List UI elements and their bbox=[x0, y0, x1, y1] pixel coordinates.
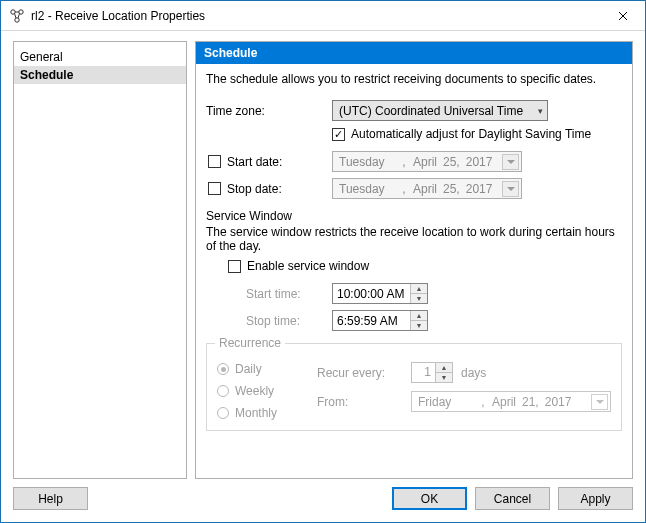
sidebar-item-schedule[interactable]: Schedule bbox=[14, 66, 186, 84]
start-date-checkbox[interactable] bbox=[208, 155, 221, 168]
dst-checkbox[interactable] bbox=[332, 128, 345, 141]
spinner-buttons[interactable]: ▲▼ bbox=[410, 311, 427, 330]
spinner-buttons[interactable]: ▲▼ bbox=[435, 363, 452, 382]
chevron-down-icon: ▾ bbox=[538, 106, 543, 116]
stop-time-input[interactable]: ▲▼ bbox=[332, 310, 428, 331]
recur-unit: days bbox=[461, 366, 486, 380]
recurrence-weekly-radio[interactable] bbox=[217, 385, 229, 397]
stop-time-label: Stop time: bbox=[206, 314, 332, 328]
enable-service-window-checkbox[interactable] bbox=[228, 260, 241, 273]
sidebar-item-general[interactable]: General bbox=[14, 48, 186, 66]
stop-date-picker[interactable]: Tuesday, April 25, 2017 bbox=[332, 178, 522, 199]
client-area: General Schedule Schedule The schedule a… bbox=[1, 31, 645, 522]
spinner-buttons[interactable]: ▲▼ bbox=[410, 284, 427, 303]
category-list[interactable]: General Schedule bbox=[13, 41, 187, 479]
recur-every-label: Recur every: bbox=[317, 366, 403, 380]
recur-from-date-picker[interactable]: Friday, April 21, 2017 bbox=[411, 391, 611, 412]
timezone-value: (UTC) Coordinated Universal Time bbox=[339, 104, 523, 118]
recur-from-label: From: bbox=[317, 395, 403, 409]
close-button[interactable] bbox=[601, 1, 645, 30]
recurrence-legend: Recurrence bbox=[215, 336, 285, 350]
panel-description: The schedule allows you to restrict rece… bbox=[206, 72, 622, 86]
apply-button[interactable]: Apply bbox=[558, 487, 633, 510]
timezone-label: Time zone: bbox=[206, 104, 332, 118]
service-window-desc: The service window restricts the receive… bbox=[206, 225, 622, 253]
svg-point-2 bbox=[15, 17, 19, 21]
recur-every-input[interactable]: 1 ▲▼ bbox=[411, 362, 453, 383]
start-date-picker[interactable]: Tuesday, April 25, 2017 bbox=[332, 151, 522, 172]
titlebar: rl2 - Receive Location Properties bbox=[1, 1, 645, 31]
help-button[interactable]: Help bbox=[13, 487, 88, 510]
start-time-label: Start time: bbox=[206, 287, 332, 301]
timezone-select[interactable]: (UTC) Coordinated Universal Time ▾ bbox=[332, 100, 548, 121]
cancel-button[interactable]: Cancel bbox=[475, 487, 550, 510]
stop-date-checkbox[interactable] bbox=[208, 182, 221, 195]
app-icon bbox=[9, 8, 25, 24]
content-panel: Schedule The schedule allows you to rest… bbox=[195, 41, 633, 479]
recurrence-daily-radio[interactable] bbox=[217, 363, 229, 375]
start-date-label: Start date: bbox=[227, 155, 282, 169]
recurrence-monthly-radio[interactable] bbox=[217, 407, 229, 419]
ok-button[interactable]: OK bbox=[392, 487, 467, 510]
enable-service-window-label: Enable service window bbox=[247, 259, 369, 273]
panel-header: Schedule bbox=[196, 42, 632, 64]
recurrence-group: Recurrence Daily Weekly Monthly Recur ev… bbox=[206, 343, 622, 431]
dialog-window: rl2 - Receive Location Properties Genera… bbox=[0, 0, 646, 523]
service-window-title: Service Window bbox=[206, 209, 622, 223]
button-bar: Help OK Cancel Apply bbox=[13, 487, 633, 510]
start-time-input[interactable]: ▲▼ bbox=[332, 283, 428, 304]
dst-label: Automatically adjust for Daylight Saving… bbox=[351, 127, 591, 141]
calendar-dropdown-icon[interactable] bbox=[502, 154, 519, 170]
window-title: rl2 - Receive Location Properties bbox=[31, 9, 601, 23]
calendar-dropdown-icon[interactable] bbox=[502, 181, 519, 197]
stop-date-label: Stop date: bbox=[227, 182, 282, 196]
